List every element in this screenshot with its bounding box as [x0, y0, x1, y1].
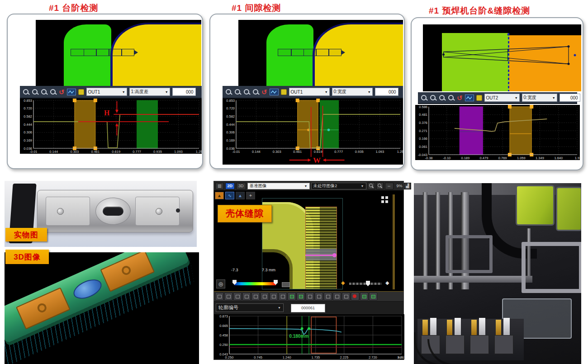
measure-type-select[interactable]: 0:宽度▼: [522, 94, 557, 102]
panel-gap-detection: ↺ OUT1▼ 0:宽度▼ 000 0.8530.7200.5820.4440.…: [209, 14, 405, 169]
measure-region-box[interactable]: [71, 49, 134, 57]
mask-b-icon[interactable]: [315, 293, 323, 300]
panel-title-gap: #1 间隙检测: [232, 2, 281, 14]
svg-text:0.306: 0.306: [24, 130, 32, 134]
overlay-a-icon[interactable]: [288, 293, 296, 300]
panel-preweld-detection: ↺ OUT2▼ 0:宽度▼ 000 0.5860.4810.3760.2710.…: [411, 17, 583, 170]
svg-text:0.720: 0.720: [226, 106, 235, 110]
zoom-region-icon[interactable]: [242, 293, 251, 300]
pointer-icon[interactable]: [215, 293, 223, 300]
fit-view-icon[interactable]: ⇔: [385, 183, 394, 189]
panel-step-detection: ↺ OUT1▼ 1:高度差▼ 000 0.8530.7200.5820.4440…: [7, 14, 203, 169]
profile-select-row: 轮廓编号▼ 000061: [214, 302, 403, 314]
processing-select[interactable]: 未处理图像2▼: [311, 183, 366, 189]
export-image-icon[interactable]: [369, 293, 377, 300]
waveform-icon[interactable]: [465, 95, 474, 101]
scroll-marker-diamond[interactable]: ◆: [341, 280, 345, 285]
zoom-out-icon[interactable]: [32, 89, 38, 95]
inspector-topbar: ▥ 2D 3D 基准图像▼ 未处理图像2▼ ⇔ 9% ▟: [214, 181, 403, 191]
svg-text:1.640: 1.640: [554, 156, 563, 160]
output-select[interactable]: OUT1▼: [86, 88, 127, 96]
zoom-out-icon[interactable]: [376, 182, 384, 189]
svg-text:0.144: 0.144: [252, 150, 261, 154]
undo-icon[interactable]: ↺: [457, 95, 463, 101]
svg-text:0.444: 0.444: [24, 123, 32, 127]
zoom-region-icon[interactable]: [252, 89, 259, 95]
intensity-image-icon[interactable]: ▲: [236, 192, 245, 199]
profile-a-icon[interactable]: [261, 293, 269, 300]
output-select[interactable]: OUT2▼: [484, 94, 520, 102]
profile-view-icon[interactable]: ∿: [225, 192, 234, 199]
undo-icon[interactable]: ↺: [59, 89, 65, 95]
profile-b-icon[interactable]: [270, 293, 278, 300]
zoom-out-icon[interactable]: [430, 95, 436, 101]
image-select[interactable]: 基准图像▼: [247, 183, 310, 189]
zoom-in-icon[interactable]: [224, 293, 232, 300]
zoom-fit-icon[interactable]: [243, 89, 250, 95]
measure-region-box[interactable]: [278, 49, 341, 57]
edit-icon[interactable]: [78, 89, 84, 95]
label-physical-photo: 实物图: [5, 228, 47, 241]
result-value-box[interactable]: 000: [375, 88, 398, 96]
select-c-icon[interactable]: [342, 293, 350, 300]
profile-number-select[interactable]: 轮廓编号▼: [216, 303, 284, 312]
svg-text:2.225: 2.225: [340, 355, 348, 359]
scale-options-button[interactable]: [282, 282, 290, 287]
result-value-box[interactable]: 000: [560, 94, 580, 102]
edit-icon[interactable]: [476, 95, 482, 101]
zoom-out-icon[interactable]: [234, 89, 241, 95]
profile-number-field[interactable]: 000061: [291, 304, 325, 312]
height-map: [423, 24, 581, 91]
zoom-in-icon[interactable]: [421, 95, 427, 101]
zoom-in-icon[interactable]: [225, 89, 232, 95]
waveform-icon[interactable]: [67, 89, 76, 95]
zoom-out-icon[interactable]: [233, 293, 242, 300]
select-a-icon[interactable]: [324, 293, 332, 300]
zoom-region-icon[interactable]: [448, 95, 455, 101]
measure-type-select[interactable]: 0:宽度▼: [332, 88, 373, 96]
record-icon[interactable]: [351, 293, 359, 300]
pan-icon[interactable]: [251, 293, 260, 300]
scroll-end-diamond[interactable]: ◆: [385, 280, 389, 285]
svg-text:0.582: 0.582: [226, 114, 235, 118]
zoom-in-icon[interactable]: [368, 182, 375, 189]
h-scroll-handle[interactable]: [366, 281, 370, 286]
svg-text:0.306: 0.306: [226, 130, 235, 134]
measure-type-select[interactable]: 1:高度差▼: [129, 88, 170, 96]
view-2d-button[interactable]: 2D: [225, 183, 235, 189]
svg-text:0.169: 0.169: [24, 138, 32, 142]
zoom-fit-icon[interactable]: [439, 95, 446, 101]
svg-text:0.458: 0.458: [219, 333, 228, 337]
zoom-region-icon[interactable]: [50, 89, 57, 95]
svg-text:0.619: 0.619: [314, 150, 322, 154]
output-select[interactable]: OUT1▼: [289, 88, 330, 96]
v-scrollbar[interactable]: [393, 194, 395, 289]
waveform-icon[interactable]: [270, 89, 279, 95]
measure-region-frame[interactable]: [262, 198, 343, 289]
render-oval-slot: [71, 275, 104, 303]
fullscreen-icon[interactable]: [381, 196, 384, 199]
inspector-panel: ▥ 2D 3D 基准图像▼ 未处理图像2▼ ⇔ 9% ▟ ▲ ∿ ▲ ✦ 壳体缝…: [213, 181, 404, 360]
zoom-in-icon[interactable]: [23, 89, 29, 95]
h-scrollbar[interactable]: [349, 283, 382, 285]
view-3d-button[interactable]: 3D: [236, 183, 246, 189]
zoom-fit-icon[interactable]: [41, 89, 47, 95]
select-b-icon[interactable]: [333, 293, 341, 300]
result-value-box[interactable]: 000: [172, 88, 196, 96]
color-scale-bar[interactable]: [234, 282, 276, 285]
edit-icon[interactable]: [281, 89, 287, 95]
mask-a-icon[interactable]: [306, 293, 314, 300]
overlay-b-icon[interactable]: [297, 293, 305, 300]
export-report-icon[interactable]: [360, 293, 368, 300]
undo-icon[interactable]: ↺: [261, 89, 267, 95]
layout-icon[interactable]: ▥: [215, 183, 224, 189]
target-icon[interactable]: ◎: [216, 279, 225, 288]
profile-toolbar: ↺ OUT1▼ 1:高度差▼ 000: [20, 86, 202, 99]
tool-icon[interactable]: ✦: [246, 192, 255, 199]
grid-icon[interactable]: [279, 293, 287, 300]
user-icon[interactable]: ▟: [404, 183, 412, 189]
svg-text:1.25: 1.25: [196, 150, 202, 154]
height-image-icon[interactable]: ▲: [215, 192, 224, 199]
measure-region-box[interactable]: [423, 24, 581, 91]
svg-text:1.349: 1.349: [536, 156, 544, 160]
